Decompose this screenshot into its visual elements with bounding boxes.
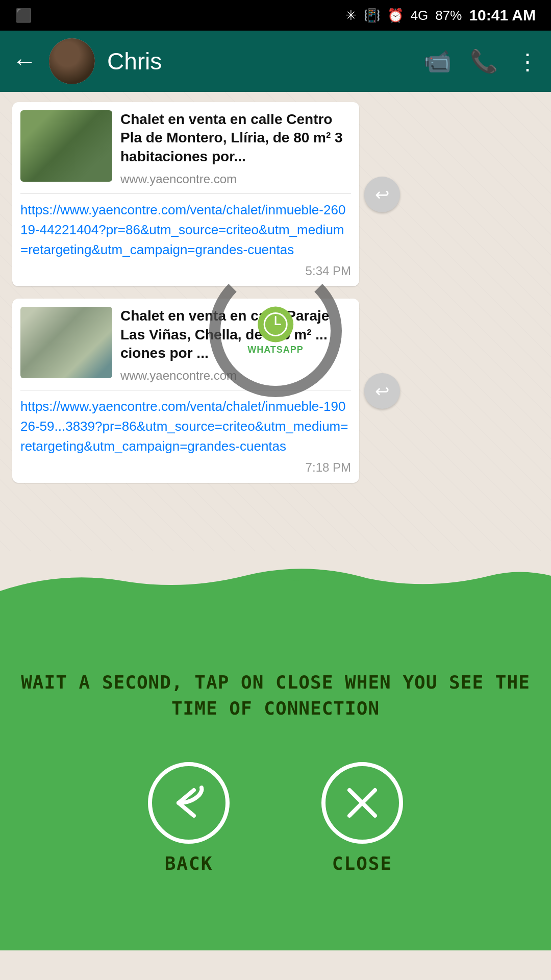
vibrate-icon: 📳 bbox=[364, 8, 380, 23]
bottom-buttons: BACK CLOSE bbox=[148, 762, 403, 874]
loading-clock-icon bbox=[258, 307, 293, 342]
message-time-2: 7:18 PM bbox=[20, 460, 351, 475]
preview-text-1: Chalet en venta en calle Centro Pla de M… bbox=[120, 110, 351, 186]
more-options-icon[interactable]: ⋮ bbox=[516, 48, 539, 75]
bottom-section: WAIT A SECOND, TAP ON CLOSE WHEN YOU SEE… bbox=[0, 593, 551, 950]
forward-button-1[interactable]: ↩ bbox=[364, 177, 400, 212]
link-preview-1: Chalet en venta en calle Centro Pla de M… bbox=[20, 110, 351, 194]
message-bubble-1: Chalet en venta en calle Centro Pla de M… bbox=[12, 102, 359, 286]
status-bar: ⬛ ✳ 📳 ⏰ 4G 87% 10:41 AM bbox=[0, 0, 551, 31]
avatar[interactable] bbox=[49, 38, 95, 84]
loading-center: WHATSAPP bbox=[247, 307, 304, 355]
status-left: ⬛ bbox=[15, 8, 32, 23]
wave-container bbox=[0, 550, 551, 593]
chat-header: ← Chris 📹 📞 ⋮ bbox=[0, 31, 551, 92]
header-action-icons: 📹 📞 ⋮ bbox=[423, 48, 539, 75]
alarm-icon: ⏰ bbox=[387, 8, 404, 23]
back-button[interactable]: ← bbox=[12, 49, 37, 74]
close-circle-button[interactable]: CLOSE bbox=[321, 762, 403, 874]
preview-domain-1: www.yaencontre.com bbox=[120, 172, 351, 186]
message-link-1[interactable]: https://www.yaencontre.com/venta/chalet/… bbox=[20, 202, 345, 257]
status-time: 10:41 AM bbox=[469, 7, 536, 24]
battery-level: 87% bbox=[435, 8, 462, 23]
clock-svg bbox=[263, 312, 288, 337]
loading-overlay: WHATSAPP bbox=[209, 264, 342, 397]
back-circle-button[interactable]: BACK bbox=[148, 762, 230, 874]
wave-svg bbox=[0, 550, 551, 591]
bluetooth-icon: ✳ bbox=[345, 8, 357, 23]
forward-icon-1: ↩ bbox=[375, 184, 389, 205]
status-right: ✳ 📳 ⏰ 4G 87% 10:41 AM bbox=[345, 7, 536, 24]
voice-call-icon[interactable]: 📞 bbox=[470, 48, 498, 75]
forward-icon-2: ↩ bbox=[375, 381, 389, 401]
back-circle-icon bbox=[148, 762, 230, 844]
chat-area: Chalet en venta en calle Centro Pla de M… bbox=[0, 92, 551, 551]
preview-thumbnail-2 bbox=[20, 307, 112, 378]
instruction-text: WAIT A SECOND, TAP ON CLOSE WHEN YOU SEE… bbox=[20, 670, 531, 721]
preview-title-1: Chalet en venta en calle Centro Pla de M… bbox=[120, 110, 351, 166]
photo-icon: ⬛ bbox=[15, 8, 32, 23]
loading-ring: WHATSAPP bbox=[209, 264, 342, 397]
close-button-label: CLOSE bbox=[332, 853, 392, 874]
avatar-image bbox=[49, 38, 95, 84]
preview-thumbnail-1 bbox=[20, 110, 112, 182]
message-link-2[interactable]: https://www.yaencontre.com/venta/chalet/… bbox=[20, 399, 348, 454]
close-circle-icon bbox=[321, 762, 403, 844]
network-icon: 4G bbox=[411, 8, 429, 23]
loading-label: WHATSAPP bbox=[247, 345, 304, 355]
video-call-icon[interactable]: 📹 bbox=[423, 48, 452, 75]
forward-button-2[interactable]: ↩ bbox=[364, 373, 400, 409]
back-button-label: BACK bbox=[165, 853, 213, 874]
close-x-svg bbox=[339, 780, 385, 826]
back-arrow-svg bbox=[166, 780, 212, 826]
contact-name[interactable]: Chris bbox=[107, 47, 411, 75]
